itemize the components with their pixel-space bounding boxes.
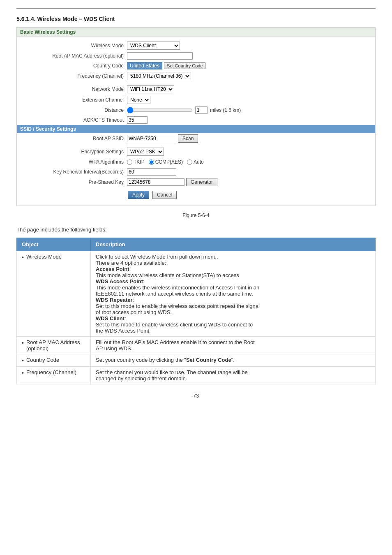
- wireless-mode-select[interactable]: WDS Client Access Point WDS Access Point…: [127, 42, 180, 50]
- ack-timeout-control: [127, 116, 148, 124]
- panel-body: Wireless Mode WDS Client Access Point WD…: [17, 37, 375, 206]
- col-object: Object: [17, 238, 91, 251]
- distance-slider[interactable]: [127, 107, 193, 113]
- country-code-row: Country Code United States Set Country C…: [17, 61, 375, 71]
- table-row: • Root AP MAC Address (optional) Fill ou…: [17, 337, 376, 354]
- pre-shared-key-control: Generator: [127, 178, 217, 186]
- root-ap-ssid-control: Scan: [127, 134, 198, 143]
- wpa-ccmp-option[interactable]: CCMP(AES): [149, 159, 183, 165]
- table-row: • Wireless Mode Click to select Wireless…: [17, 251, 376, 337]
- network-mode-control: WiFi 11na HT20: [127, 85, 174, 93]
- desc-cell-root-ap-mac: Fill out the Root AP's MAC Address enabl…: [91, 337, 376, 354]
- ack-timeout-input[interactable]: [127, 116, 148, 124]
- basic-wireless-panel: Basic Wireless Settings Wireless Mode WD…: [16, 27, 376, 206]
- key-renewal-control: [127, 168, 176, 176]
- page-number: -73-: [16, 393, 376, 399]
- extension-channel-row: Extension Channel None: [17, 95, 375, 105]
- frequency-control: 5180 MHz (Channel 36): [127, 72, 191, 80]
- top-divider: [16, 8, 376, 9]
- bullet-icon: •: [22, 254, 24, 261]
- desc-line: WDS Client:: [96, 315, 370, 321]
- info-table: Object Description • Wireless Mode Click…: [16, 238, 376, 384]
- desc-line: This mode enables the wireless interconn…: [96, 284, 370, 291]
- desc-line: IEEE802.11 network .and accept wireless …: [96, 291, 370, 297]
- encryption-control: WPA2-PSK None WEP WPA-PSK: [127, 148, 164, 156]
- root-ap-mac-object-label: Root AP MAC Address (optional): [26, 339, 85, 352]
- desc-cell-country-code: Set your country code by clicking the "S…: [91, 354, 376, 367]
- country-code-value: United States: [127, 62, 162, 69]
- pre-shared-key-input[interactable]: [127, 178, 184, 186]
- wpa-tkip-option[interactable]: TKIP: [127, 159, 145, 165]
- object-cell-frequency: • Frequency (Channel): [17, 367, 91, 384]
- distance-input[interactable]: [195, 106, 208, 114]
- wpa-tkip-label: TKIP: [134, 159, 145, 165]
- key-renewal-input[interactable]: [127, 168, 176, 176]
- distance-control: miles (1.6 km): [127, 106, 241, 114]
- desc-line: the WDS Access Point.: [96, 328, 370, 334]
- wpa-auto-label: Auto: [194, 159, 204, 165]
- distance-miles-label: miles (1.6 km): [210, 107, 241, 113]
- extension-channel-control: None: [127, 96, 150, 104]
- country-code-control: United States Set Country Code: [127, 62, 205, 69]
- object-cell-root-ap-mac: • Root AP MAC Address (optional): [17, 337, 91, 354]
- desc-line: Set to this mode to enable wireless clie…: [96, 321, 370, 328]
- encryption-label: Encryption Settings: [20, 149, 127, 155]
- figure-caption: Figure 5-6-4: [16, 213, 376, 218]
- wpa-auto-radio[interactable]: [187, 160, 192, 165]
- cancel-button[interactable]: Cancel: [152, 191, 177, 199]
- bullet-root-ap-mac: • Root AP MAC Address (optional): [22, 339, 85, 352]
- table-row: • Frequency (Channel) Set the channel yo…: [17, 367, 376, 384]
- generator-button[interactable]: Generator: [186, 178, 217, 186]
- encryption-select[interactable]: WPA2-PSK None WEP WPA-PSK: [127, 148, 164, 156]
- table-row: • Country Code Set your country code by …: [17, 354, 376, 367]
- extension-channel-select[interactable]: None: [127, 96, 150, 104]
- network-mode-label: Network Mode: [20, 86, 127, 92]
- desc-cell-frequency: Set the channel you would like to use. T…: [91, 367, 376, 384]
- scan-button[interactable]: Scan: [178, 134, 198, 143]
- wpa-algorithms-control: TKIP CCMP(AES) Auto: [127, 159, 204, 165]
- bullet-wireless-mode: • Wireless Mode: [22, 254, 85, 261]
- network-mode-row: Network Mode WiFi 11na HT20: [17, 84, 375, 95]
- wpa-auto-option[interactable]: Auto: [187, 159, 204, 165]
- wpa-tkip-radio[interactable]: [127, 160, 132, 165]
- wpa-algorithms-label: WPA Algorithms: [20, 159, 127, 165]
- desc-line: WDS Repeater:: [96, 297, 370, 303]
- root-ap-mac-label: Root AP MAC Address (optional): [20, 53, 127, 59]
- encryption-row: Encryption Settings WPA2-PSK None WEP WP…: [17, 146, 375, 157]
- desc-line: Set your country code by clicking the "S…: [96, 357, 370, 363]
- network-mode-select[interactable]: WiFi 11na HT20: [127, 85, 174, 93]
- bullet-icon: •: [22, 357, 24, 364]
- desc-line: There are 4 options available:: [96, 260, 370, 266]
- apply-button[interactable]: Apply: [128, 191, 149, 199]
- country-code-label: Country Code: [20, 63, 127, 69]
- wpa-algorithms-row: WPA Algorithms TKIP CCMP(AES) Auto: [17, 157, 375, 167]
- desc-line: WDS Access Point:: [96, 278, 370, 284]
- country-code-object-label: Country Code: [26, 357, 59, 363]
- object-cell-wireless-mode: • Wireless Mode: [17, 251, 91, 337]
- desc-line: changed by selecting different domain.: [96, 375, 370, 382]
- bullet-icon: •: [22, 340, 24, 346]
- root-ap-ssid-row: Root AP SSID Scan: [17, 133, 375, 144]
- wireless-mode-label: Wireless Mode: [20, 43, 127, 49]
- page-description: The page includes the following fields:: [16, 227, 376, 233]
- desc-line: Click to select Wireless Mode from pull …: [96, 254, 370, 260]
- set-country-code-button[interactable]: Set Country Code: [164, 62, 205, 69]
- section-title: 5.6.1.4. Wireless Mode – WDS Client: [16, 16, 376, 22]
- root-ap-mac-input[interactable]: 00:30:4F:60:37:92: [127, 52, 193, 60]
- frequency-select[interactable]: 5180 MHz (Channel 36): [127, 72, 191, 80]
- frequency-row: Frequency (Channel) 5180 MHz (Channel 36…: [17, 71, 375, 81]
- desc-line: Fill out the Root AP's MAC Address enabl…: [96, 339, 370, 345]
- desc-line: Access Point:: [96, 266, 370, 272]
- desc-line: Set to this mode to enable the wireless …: [96, 303, 370, 309]
- wpa-ccmp-radio[interactable]: [149, 160, 154, 165]
- desc-line: of root access point using WDS.: [96, 309, 370, 315]
- root-ap-ssid-input[interactable]: [127, 135, 176, 142]
- basic-panel-header: Basic Wireless Settings: [17, 28, 375, 37]
- extension-channel-label: Extension Channel: [20, 97, 127, 103]
- distance-label: Distance: [20, 107, 127, 113]
- ack-timeout-row: ACK/CTS Timeout: [17, 115, 375, 125]
- root-ap-mac-row: Root AP MAC Address (optional) 00:30:4F:…: [17, 51, 375, 61]
- pre-shared-key-row: Pre-Shared Key Generator: [17, 177, 375, 187]
- wireless-mode-object-label: Wireless Mode: [26, 254, 62, 260]
- frequency-object-label: Frequency (Channel): [26, 369, 76, 375]
